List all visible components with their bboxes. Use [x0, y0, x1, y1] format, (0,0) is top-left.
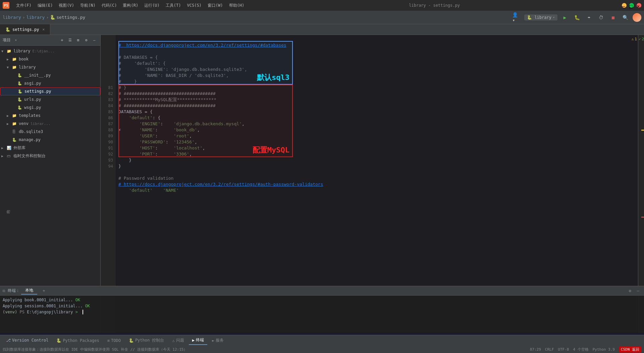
indent[interactable]: 4 个空格: [573, 347, 588, 352]
menu-run[interactable]: 运行(U): [142, 2, 162, 9]
close-button[interactable]: ✕: [637, 3, 641, 8]
tree-label: asgi.py: [24, 81, 41, 86]
tree-item-init[interactable]: 🐍 __init__.py: [0, 71, 100, 79]
title-bar: PS 文件(F) 编辑(E) 视图(V) 导航(N) 代码(C) 重构(R) 运…: [0, 0, 644, 11]
tree-item-asgi[interactable]: 🐍 asgi.py: [0, 79, 100, 87]
tree-item-manage[interactable]: 🐍 manage.py: [0, 136, 100, 144]
tree-label: wsgi.py: [24, 105, 41, 110]
terminal-settings[interactable]: ⚙: [627, 288, 633, 294]
sidebar-split[interactable]: ⊞: [75, 37, 82, 44]
line-ending[interactable]: CRLF: [545, 347, 554, 352]
tree-label: book: [19, 57, 29, 61]
tab-bar: 🐍 settings.py ✕: [0, 24, 644, 35]
cursor-position[interactable]: 87:29: [530, 347, 541, 352]
tree-item-temp[interactable]: ▶ 🗃 临时文件和控制台: [0, 152, 100, 160]
terminal-tabs: ⊡ 终端： 本地 + ⚙ —: [0, 286, 644, 296]
terminal-cursor: [80, 310, 83, 314]
bottom-tab-python-console[interactable]: 🐍 Python 控制台: [125, 336, 168, 345]
tree-item-urls[interactable]: 🐍 urls.py: [0, 95, 100, 103]
menu-edit[interactable]: 编辑(E): [35, 2, 56, 9]
terminal-tab-local[interactable]: 本地: [21, 287, 37, 295]
scrollbar-error-marker: [641, 217, 644, 218]
tree-item-book[interactable]: ▶ 📁 book: [0, 55, 100, 63]
sidebar-new-file[interactable]: +: [59, 37, 65, 44]
version-control-icon: ⎇: [6, 338, 11, 343]
py-file-icon: 🐍: [17, 73, 23, 78]
menu-file[interactable]: 文件(F): [13, 2, 34, 9]
run-button[interactable]: ▶: [560, 13, 570, 22]
py-file-icon: 🐍: [18, 89, 24, 94]
minimize-button[interactable]: —: [622, 3, 627, 8]
profile-button[interactable]: ⏱: [596, 13, 606, 22]
encoding[interactable]: UTF-8: [558, 347, 569, 352]
tree-item-wsgi[interactable]: 🐍 wsgi.py: [0, 103, 100, 112]
problems-icon: ⚠: [172, 338, 174, 343]
code-lines[interactable]: # https://docs.djangoproject.com/en/3.2/…: [116, 35, 638, 201]
terminal-path: E:\djangopj\library: [27, 310, 73, 314]
terminal-line-3: (venv) PS E:\djangopj\library >: [3, 309, 641, 315]
maximize-button[interactable]: □: [629, 3, 634, 8]
menu-tools[interactable]: 工具(T): [163, 2, 184, 9]
sidebar-title: 项目: [3, 37, 11, 43]
menu-refactor[interactable]: 重构(R): [120, 2, 141, 9]
menu-help[interactable]: 帮助(H): [226, 2, 247, 9]
tree-label: manage.py: [19, 137, 41, 142]
tree-label: urls.py: [24, 97, 41, 102]
tree-item-settings[interactable]: 🐍 settings.py: [0, 87, 100, 95]
bottom-tab-version-control[interactable]: ⎇ Version Control: [3, 337, 52, 345]
bottom-tab-services[interactable]: ► 服务: [209, 336, 227, 345]
breadcrumb-part-3[interactable]: 🐍 settings.py: [50, 15, 85, 20]
bottom-tab-problems[interactable]: ⚠ 问题: [169, 336, 187, 345]
folder-icon: 📁: [12, 114, 18, 118]
sidebar-layout[interactable]: ☰: [67, 37, 73, 44]
terminal-output-2: Applying sessions.0001_initial... OK: [3, 304, 90, 308]
status-bar-left: 找到数据库连接形象：连接到数据库以在 IDE 中编辑数据并使用 SQL 补全 /…: [0, 347, 190, 352]
coverage-button[interactable]: ☂: [584, 13, 594, 22]
terminal-body[interactable]: Applying book.0001_initial... OK Applyin…: [0, 296, 644, 333]
python-console-icon: 🐍: [129, 338, 134, 343]
menu-code[interactable]: 代码(C): [99, 2, 120, 9]
project-selector[interactable]: 🐍 library ▾: [524, 14, 557, 20]
csdn-badge[interactable]: CSDN 返回: [619, 347, 641, 352]
py-file-icon: 🐍: [17, 81, 23, 86]
bottom-tab-todo[interactable]: ≡ TODO: [104, 337, 124, 344]
tree-label: templates: [19, 113, 41, 118]
menu-window[interactable]: 窗口(W): [205, 2, 226, 9]
tree-label: db.sqlite3: [19, 129, 43, 134]
breadcrumb: library › library › 🐍 settings.py: [3, 15, 85, 20]
tree-item-root[interactable]: ▼ 📁 library E:\djan...: [0, 47, 100, 55]
terminal-prompt-prefix: PS: [20, 310, 27, 314]
breadcrumb-part-2[interactable]: library: [26, 15, 45, 20]
debug-button[interactable]: 🐛: [572, 13, 582, 22]
tree-item-db[interactable]: 🗄 db.sqlite3: [0, 128, 100, 136]
menu-vcs[interactable]: VCS(S): [184, 2, 204, 8]
status-bar-right: 87:29 CRLF UTF-8 4 个空格 Python 3.9 CSDN 返…: [527, 347, 644, 352]
terminal-tab-add[interactable]: +: [39, 288, 49, 294]
tree-item-library[interactable]: ▼ 📁 library: [0, 63, 100, 71]
ok-icon: ✓: [639, 37, 641, 41]
user-icon[interactable]: 👤 ▾: [512, 13, 522, 22]
terminal-tab-icon: ▶: [192, 338, 195, 343]
tree-item-templates[interactable]: ▶ 📁 templates: [0, 112, 100, 120]
menu-view[interactable]: 视图(V): [56, 2, 77, 9]
title-bar-left: PS 文件(F) 编辑(E) 视图(V) 导航(N) 代码(C) 重构(R) 运…: [3, 2, 247, 9]
sidebar-settings[interactable]: ⚙: [83, 37, 90, 44]
toolbar: library › library › 🐍 settings.py 👤 ▾ 🐍 …: [0, 11, 644, 24]
tree-label: 外部库: [13, 145, 25, 151]
breadcrumb-part-1[interactable]: library: [3, 15, 21, 20]
search-button[interactable]: 🔍: [621, 13, 630, 22]
expand-icon: ▼: [1, 49, 7, 53]
terminal-line-2: Applying sessions.0001_initial... OK: [3, 303, 641, 309]
tab-settings-py[interactable]: 🐍 settings.py ✕: [0, 24, 50, 35]
language[interactable]: Python 3.9: [593, 347, 615, 352]
bottom-tab-python-packages[interactable]: 🐍 Python Packages: [53, 337, 102, 344]
stop-button[interactable]: ■: [608, 13, 618, 22]
bottom-tab-terminal[interactable]: ▶ 终端: [189, 336, 207, 345]
menu-nav[interactable]: 导航(N): [77, 2, 98, 9]
sidebar-close[interactable]: —: [91, 37, 98, 44]
avatar[interactable]: [633, 13, 641, 22]
tree-item-external-libs[interactable]: ▶ 📊 外部库: [0, 144, 100, 152]
tree-item-venv[interactable]: ▶ 📁 venv librar...: [0, 120, 100, 128]
terminal-close[interactable]: —: [635, 288, 641, 294]
terminal-label: 终端：: [8, 288, 20, 294]
